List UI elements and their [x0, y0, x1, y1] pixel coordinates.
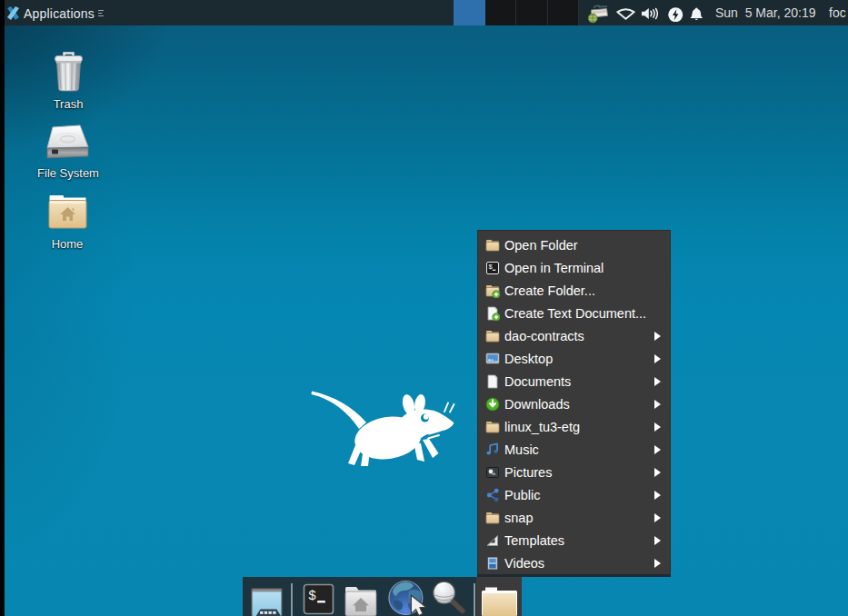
svg-text:$: $: [309, 588, 316, 602]
